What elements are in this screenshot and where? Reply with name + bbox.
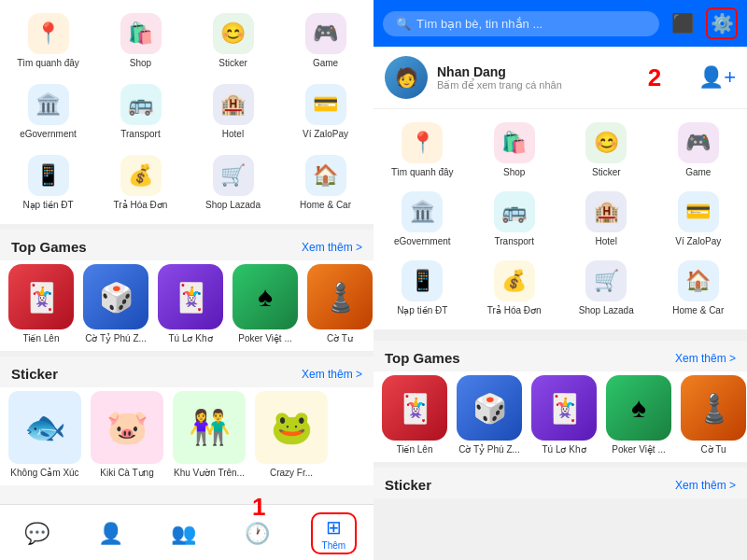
more-icon: ⊞: [326, 516, 342, 539]
game-icon: 🎮: [305, 13, 346, 54]
zalopay-icon: 💳: [305, 84, 346, 125]
pokerviet-thumb: ♠️: [233, 264, 298, 329]
add-friend-button[interactable]: 👤+: [698, 65, 736, 90]
profile-avatar[interactable]: 🧑: [385, 56, 428, 99]
right-games-more[interactable]: Xem thêm >: [675, 352, 736, 365]
service-game[interactable]: 🎮 Game: [281, 7, 370, 75]
r-cotu-thumb: ♟️: [681, 375, 746, 441]
left-sticker-row: 🐟 Không Cảm Xúc 🐷 Kiki Cà Tưng 👫 Khu Vườ…: [0, 387, 374, 485]
right-games-row: 🃏 Tiến Lên 🎲 Cờ Tỷ Phú Z... 🃏 Tú Lơ Khơ …: [374, 371, 747, 462]
r-zalopay-label: Ví ZaloPay: [675, 236, 721, 247]
service-egovernment[interactable]: 🏛️ eGovernment: [4, 78, 92, 146]
r-shop-label: Shop: [503, 167, 525, 178]
r-sticker-icon: 😊: [585, 122, 627, 163]
nav-clock[interactable]: 🕐: [237, 520, 277, 548]
r-service-tra[interactable]: 💰 Trả Hóa Đơn: [470, 255, 560, 322]
cotu-label: Cờ Tư: [327, 333, 353, 343]
service-zalopay[interactable]: 💳 Ví ZaloPay: [281, 78, 370, 146]
tienlên-label: Tiến Lên: [23, 333, 60, 343]
r-service-game[interactable]: 🎮 Game: [654, 117, 744, 184]
r-service-hotel[interactable]: 🏨 Hotel: [561, 186, 652, 253]
sticker-khuvuon[interactable]: 👫 Khu Vườn Trên...: [172, 391, 247, 478]
r-homecar-icon: 🏠: [678, 260, 719, 301]
kikicat-label: Kiki Cà Tưng: [100, 468, 154, 478]
khuvuon-thumb: 👫: [173, 391, 246, 464]
r-game-tienlên[interactable]: 🃏 Tiến Lên: [381, 375, 448, 455]
service-hotel[interactable]: 🏨 Hotel: [189, 78, 277, 146]
qr-scan-button[interactable]: ⬛: [667, 7, 698, 39]
r-game-icon: 🎮: [678, 122, 719, 163]
r-game-cotyphuz[interactable]: 🎲 Cờ Tỷ Phú Z...: [456, 375, 523, 455]
r-cotyphuz-thumb: 🎲: [457, 375, 522, 441]
game-item-pokerviet[interactable]: ♠️ Poker Việt ...: [232, 264, 299, 343]
game-item-tulokho[interactable]: 🃏 Tú Lơ Khơ: [157, 264, 224, 343]
sticker-crazyfr[interactable]: 🐸 Crazy Fr...: [254, 391, 329, 478]
r-service-sticker[interactable]: 😊 Sticker: [561, 117, 652, 184]
service-naptiendt[interactable]: 📱 Nạp tiền ĐT: [4, 149, 92, 217]
r-tra-label: Trả Hóa Đơn: [487, 305, 542, 316]
service-lazada[interactable]: 🛒 Shop Lazada: [189, 149, 277, 217]
left-panel: 📍 Tìm quanh đây 🛍️ Shop 😊 Sticker 🎮 Game…: [0, 0, 374, 560]
egovernment-icon: 🏛️: [28, 84, 69, 125]
shop-label: Shop: [130, 58, 151, 69]
r-service-nap[interactable]: 📱 Nạp tiền ĐT: [377, 255, 468, 322]
service-shop[interactable]: 🛍️ Shop: [96, 7, 185, 75]
r-zalopay-icon: 💳: [678, 191, 719, 232]
r-game-tulokho[interactable]: 🃏 Tú Lơ Khơ: [530, 375, 598, 455]
right-games-title: Top Games: [385, 350, 460, 366]
left-sticker-more[interactable]: Xem thêm >: [302, 368, 362, 381]
r-game-cotu[interactable]: ♟️ Cờ Tu: [680, 375, 747, 455]
r-service-findnearby[interactable]: 📍 Tìm quanh đây: [377, 117, 468, 184]
nav-more[interactable]: ⊞ Thêm: [311, 512, 358, 554]
profile-sub: Bấm để xem trang cá nhân: [437, 79, 639, 91]
service-find-nearby[interactable]: 📍 Tìm quanh đây: [4, 7, 92, 75]
r-service-lazada[interactable]: 🛒 Shop Lazada: [561, 255, 652, 322]
r-lazada-icon: 🛒: [585, 260, 627, 301]
left-games-more[interactable]: Xem thêm >: [302, 241, 362, 254]
game-item-cotu[interactable]: ♟️ Cờ Tư: [306, 264, 374, 343]
r-service-egov[interactable]: 🏛️ eGovernment: [377, 186, 468, 253]
r-game-pokerviet[interactable]: ♠️ Poker Việt ...: [605, 375, 672, 455]
service-sticker[interactable]: 😊 Sticker: [189, 7, 277, 75]
more-label: Thêm: [322, 540, 346, 551]
service-homecar[interactable]: 🏠 Home & Car: [281, 149, 370, 217]
r-service-shop[interactable]: 🛍️ Shop: [470, 117, 560, 184]
find-nearby-icon: 📍: [28, 13, 69, 54]
r-service-homecar[interactable]: 🏠 Home & Car: [654, 255, 744, 322]
sticker-kikicat[interactable]: 🐷 Kiki Cà Tưng: [90, 391, 164, 478]
hotel-icon: 🏨: [213, 84, 254, 125]
profile-info: Nhan Dang Bấm để xem trang cá nhân: [437, 64, 639, 91]
kikicat-thumb: 🐷: [91, 391, 163, 464]
search-placeholder: Tìm bạn bè, tin nhắn ...: [416, 17, 543, 31]
nav-contact[interactable]: 👤: [91, 520, 131, 548]
sticker-khongcamxuc[interactable]: 🐟 Không Cảm Xúc: [7, 391, 82, 478]
service-transport[interactable]: 🚌 Transport: [96, 78, 185, 146]
right-sticker-title: Sticker: [385, 477, 431, 493]
nav-social[interactable]: 👥: [163, 520, 204, 548]
badge-wrap: 2: [648, 63, 689, 92]
left-games-header: Top Games Xem thêm >: [0, 230, 374, 260]
service-trahoadon[interactable]: 💰 Trả Hóa Đơn: [96, 149, 185, 217]
r-hotel-label: Hotel: [596, 236, 617, 247]
game-label: Game: [313, 58, 338, 69]
settings-button[interactable]: ⚙️: [706, 7, 738, 39]
nav-chat[interactable]: 💬: [17, 520, 57, 548]
r-lazada-label: Shop Lazada: [579, 305, 634, 316]
right-sticker-more[interactable]: Xem thêm >: [675, 479, 736, 492]
r-nap-icon: 📱: [402, 260, 443, 301]
r-game-label: Game: [685, 167, 711, 178]
game-item-tienlên[interactable]: 🃏 Tiến Lên: [7, 264, 75, 343]
r-transport-label: Transport: [495, 236, 534, 247]
r-pokerviet-label: Poker Việt ...: [612, 444, 666, 455]
social-icon: 👥: [171, 522, 196, 546]
shop-icon: 🛍️: [120, 13, 162, 54]
r-service-transport[interactable]: 🚌 Transport: [470, 186, 560, 253]
trahoadon-icon: 💰: [120, 155, 162, 196]
right-games-header: Top Games Xem thêm >: [374, 341, 747, 371]
r-shop-icon: 🛍️: [494, 122, 535, 163]
search-input-wrap[interactable]: 🔍 Tìm bạn bè, tin nhắn ...: [383, 11, 659, 36]
contact-icon: 👤: [98, 522, 123, 546]
game-item-cotyphuz[interactable]: 🎲 Cờ Tỷ Phú Z...: [82, 264, 149, 343]
r-hotel-icon: 🏨: [585, 191, 627, 232]
r-service-zalopay[interactable]: 💳 Ví ZaloPay: [654, 186, 744, 253]
